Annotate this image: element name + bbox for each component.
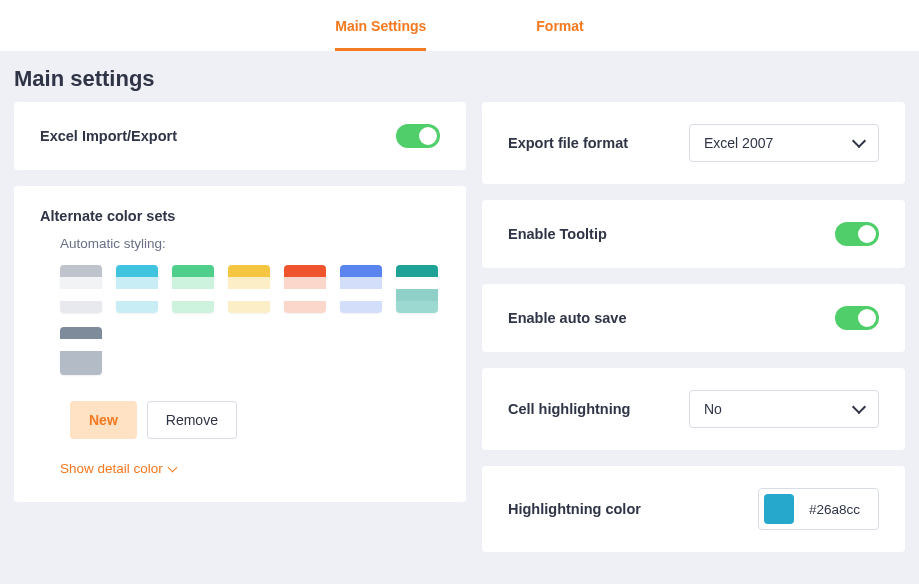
color-swatch-0[interactable] — [60, 265, 102, 313]
enable-auto-save-label: Enable auto save — [508, 310, 626, 326]
page-title: Main settings — [0, 52, 919, 102]
highlightning-color-label: Highlightning color — [508, 501, 641, 517]
color-swatch-3[interactable] — [228, 265, 270, 313]
show-detail-color-label: Show detail color — [60, 461, 163, 476]
cell-highlightning-select[interactable]: No — [689, 390, 879, 428]
alternate-color-sets-card: Alternate color sets Automatic styling: … — [14, 186, 466, 502]
export-format-value: Excel 2007 — [704, 135, 773, 151]
alt-color-sets-title: Alternate color sets — [40, 208, 440, 224]
enable-auto-save-toggle[interactable] — [835, 306, 879, 330]
cell-highlightning-label: Cell highlightning — [508, 401, 630, 417]
new-button[interactable]: New — [70, 401, 137, 439]
excel-import-export-toggle[interactable] — [396, 124, 440, 148]
highlightning-color-picker[interactable]: #26a8cc — [758, 488, 879, 530]
color-swatch-4[interactable] — [284, 265, 326, 313]
color-swatch-1[interactable] — [116, 265, 158, 313]
chevron-down-icon — [852, 400, 866, 414]
export-file-format-label: Export file format — [508, 135, 628, 151]
automatic-styling-label: Automatic styling: — [60, 236, 440, 251]
tab-main-settings[interactable]: Main Settings — [335, 18, 426, 51]
remove-button[interactable]: Remove — [147, 401, 237, 439]
color-swatch-grid — [60, 265, 440, 375]
color-value: #26a8cc — [799, 502, 878, 517]
show-detail-color-link[interactable]: Show detail color — [60, 461, 440, 476]
enable-tooltip-toggle[interactable] — [835, 222, 879, 246]
tab-bar: Main Settings Format — [0, 0, 919, 52]
color-swatch-2[interactable] — [172, 265, 214, 313]
excel-import-export-label: Excel Import/Export — [40, 128, 177, 144]
color-swatch-5[interactable] — [340, 265, 382, 313]
cell-highlightning-value: No — [704, 401, 722, 417]
color-chip — [764, 494, 794, 524]
chevron-down-icon — [852, 134, 866, 148]
tab-format[interactable]: Format — [536, 18, 583, 51]
color-swatch-6[interactable] — [396, 265, 438, 313]
export-file-format-select[interactable]: Excel 2007 — [689, 124, 879, 162]
color-swatch-7[interactable] — [60, 327, 102, 375]
chevron-down-icon — [167, 462, 177, 472]
enable-tooltip-label: Enable Tooltip — [508, 226, 607, 242]
